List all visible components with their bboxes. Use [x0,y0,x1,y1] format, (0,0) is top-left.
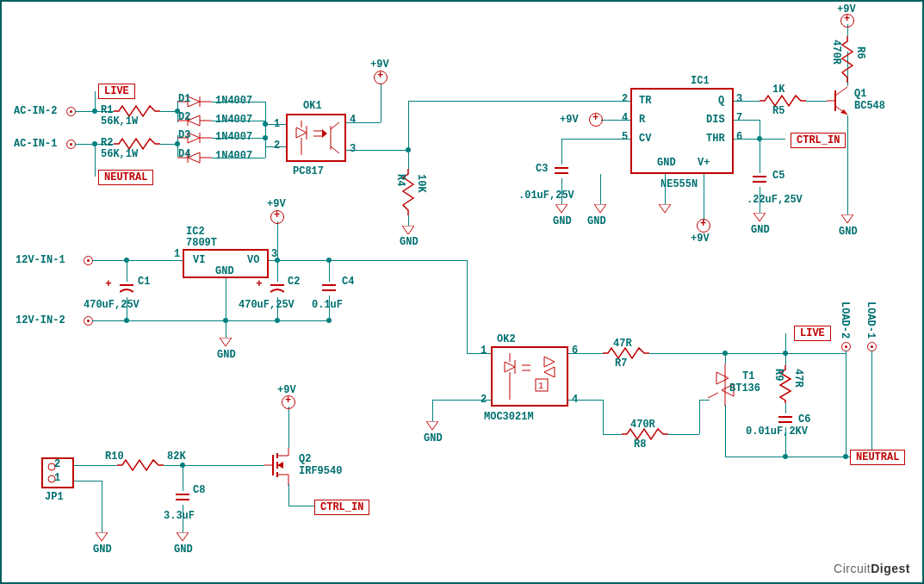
ok1-val: PC817 [293,165,324,177]
r9-val: 47R [792,369,804,388]
svg-marker-37 [841,214,853,223]
r7-val: 47R [613,338,632,350]
c5-ref: C5 [772,170,784,182]
gnd-ok2-lbl: GND [424,432,443,444]
label-12v-in-2: 12V-IN-2 [16,314,65,326]
power-9v-q1 [840,14,854,28]
d4-val: 1N4007 [215,150,252,162]
d3-ref: D3 [178,129,190,141]
label-12v-in-1: 12V-IN-1 [16,254,65,266]
svg-marker-54 [544,357,555,367]
power-9v-ic1r-lbl: +9V [560,114,579,126]
power-9v-ic1r [589,113,603,127]
jp1-ref: JP1 [45,491,64,503]
netlabel-neutral-out: NEUTRAL [850,450,905,465]
ic1-tr: TR [639,95,651,107]
c3-ref: C3 [536,163,548,175]
ic2-ref: IC2 [186,226,205,238]
q2-ref: Q2 [299,453,311,465]
power-9v-ic1vp [697,219,710,233]
netlabel-ctrl-in-top: CTRL_IN [791,133,846,148]
jp1-p2: 2 [54,458,60,470]
c4-val: 0.1uF [312,299,343,311]
gnd-jp1-lbl: GND [93,544,112,556]
svg-marker-30 [659,204,671,213]
svg-marker-22 [322,129,327,138]
netlabel-neutral-in: NEUTRAL [98,170,153,185]
ic1-cv: CV [639,133,651,145]
d2-val: 1N4007 [215,114,252,126]
d2-ref: D2 [178,111,190,123]
ok1-pin1: 1 [274,118,280,130]
r5-ref: R5 [772,105,784,117]
r2-ref: R2 [101,137,113,149]
gnd-c5-lbl: GND [751,224,770,236]
svg-marker-29 [555,204,567,213]
svg-line-34 [835,87,847,96]
svg-marker-68 [177,532,189,541]
netlabel-live-in: LIVE [98,84,135,99]
c4-ref: C4 [342,276,354,288]
r8-ref: R8 [634,438,646,450]
q1-val: BC548 [854,100,885,112]
c6-val: 0.01uF,2KV [746,426,808,438]
r2-val: 56K,1W [101,148,138,160]
mosfet-q2 [264,448,299,489]
r8-val: 470R [630,419,655,431]
ic1-val: NE555N [660,178,698,190]
svg-line-24 [331,122,339,129]
r10-ref: R10 [105,450,124,463]
gnd-q1 [841,214,853,223]
netlabel-live-out: LIVE [794,326,831,341]
gnd-jp1 [96,532,108,541]
resistor-r6 [842,36,853,86]
ic1-thr: THR [706,133,725,145]
q1-ref: Q1 [854,88,866,100]
ic1-p7: 7 [736,112,742,124]
svg-marker-65 [96,532,108,541]
gnd-c3-lbl: GND [553,215,572,227]
r4-val: 10K [415,174,427,193]
ok1-pin4: 4 [350,114,356,126]
r6-val: 470R [830,40,842,65]
ok2-ref: OK2 [497,333,516,345]
ic1-q: Q [718,95,724,107]
r9-ref: R9 [772,369,784,381]
svg-line-60 [708,393,718,398]
watermark: CircuitDigest [834,562,910,575]
c6-ref: C6 [798,413,810,426]
label-load-2: LOAD-2 [839,301,851,339]
power-9v-q2-lbl: +9V [277,384,296,396]
gnd-ic1 [659,204,671,213]
gnd-c8 [177,532,189,541]
ok2-val: MOC3021M [484,411,534,423]
svg-marker-31 [594,204,606,213]
ok1-pin2: 2 [274,140,280,152]
c2-val: 470uF,25V [239,299,295,311]
gnd-r4-lbl: GND [400,236,419,248]
c1-ref: C1 [138,276,150,288]
svg-marker-42 [220,338,232,346]
ok1-pin3: 3 [350,143,356,155]
power-9v-ok1-lbl: +9V [370,59,389,71]
ic1-dis: DIS [706,114,725,126]
r6-ref: R6 [854,47,866,59]
svg-marker-58 [716,372,729,384]
ic2-p1: 1 [174,248,180,260]
r1-val: 56K,1W [101,115,138,127]
label-ac-in-2: AC-IN-2 [14,105,57,117]
r10-val: 82K [167,450,186,463]
svg-marker-55 [544,367,555,377]
svg-marker-16 [296,127,307,138]
gnd-ok2 [426,421,438,430]
gnd-c8-lbl: GND [174,544,193,556]
ic1-vp: V+ [698,157,710,169]
svg-marker-56 [426,421,438,430]
ic1-gnd: GND [657,157,676,169]
d1-val: 1N4007 [215,95,252,107]
q2-val: IRF9540 [299,465,342,477]
jp1-p1: 1 [54,472,60,484]
power-9v-out-lbl: +9V [267,198,286,210]
c1-val: 470uF,25V [84,299,140,311]
ic2-gnd: GND [215,265,234,277]
